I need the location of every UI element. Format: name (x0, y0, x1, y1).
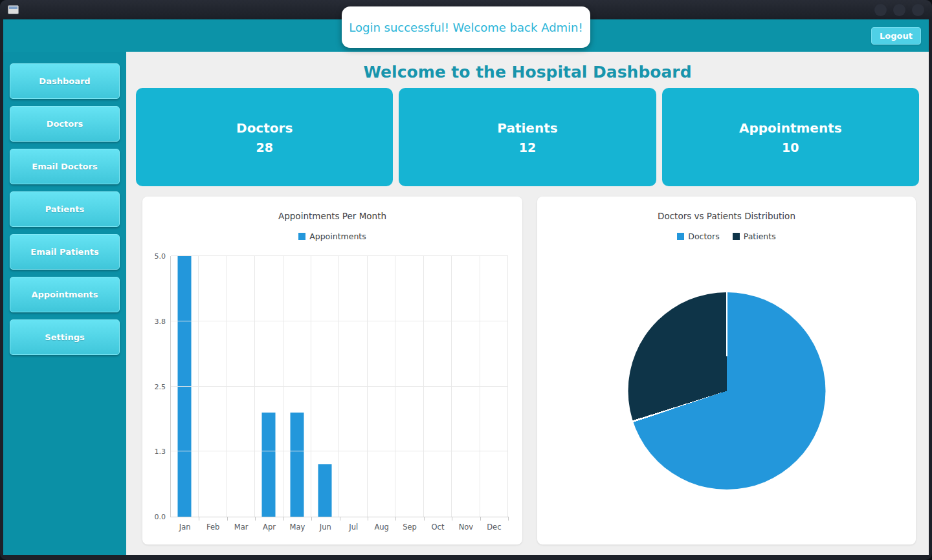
x-tick (199, 517, 199, 521)
stats-row: Doctors 28 Patients 12 Appointments 10 (126, 88, 929, 186)
toast-message: Login successful! Welcome back Admin! (349, 21, 583, 34)
x-tick (480, 517, 481, 521)
legend-item: Appointments (298, 232, 366, 241)
gridline (171, 255, 508, 256)
x-tick (311, 517, 312, 521)
main-content: Welcome to the Hospital Dashboard Doctor… (126, 52, 929, 555)
y-tick-label: 2.5 (155, 382, 166, 391)
close-button[interactable] (912, 4, 924, 16)
x-tick-label: Sep (395, 522, 423, 532)
app-window: Login successful! Welcome back Admin! Lo… (0, 0, 932, 560)
charts-row: Appointments Per Month Appointments JanF… (126, 197, 929, 544)
bar-chart-card: Appointments Per Month Appointments JanF… (142, 197, 522, 544)
bar-chart-title: Appointments Per Month (142, 197, 522, 221)
stat-value: 28 (256, 140, 272, 155)
x-tick (227, 517, 228, 521)
bar-column (171, 256, 199, 517)
bar-column (283, 256, 311, 517)
bar-column (452, 256, 480, 517)
stat-label: Appointments (739, 120, 842, 136)
legend-label: Appointments (309, 232, 366, 241)
bar-column (340, 256, 368, 517)
bar-chart-legend: Appointments (142, 232, 522, 241)
bar-column (424, 256, 452, 517)
y-tick-label: 5.0 (155, 252, 166, 261)
page-title: Welcome to the Hospital Dashboard (126, 63, 929, 81)
bar-column (255, 256, 283, 517)
pie-chart-card: Doctors vs Patients Distribution Doctors… (537, 197, 916, 544)
bar-column (480, 256, 508, 517)
bar-column (199, 256, 227, 517)
sidebar-item-email-patients[interactable]: Email Patients (10, 234, 120, 270)
sidebar: Dashboard Doctors Email Doctors Patients… (3, 52, 126, 555)
stat-value: 12 (519, 140, 536, 155)
x-tick (340, 517, 340, 521)
minimize-button[interactable] (874, 4, 887, 16)
x-tick-label: May (283, 522, 311, 532)
chrome-body: Logout Dashboard Doctors Email Doctors P… (3, 19, 929, 555)
bar-column (368, 256, 395, 517)
window-icon (8, 5, 19, 14)
x-tick (283, 517, 284, 521)
x-tick-label: Nov (452, 522, 480, 532)
legend-item: Doctors (677, 232, 719, 241)
bar-column (227, 256, 255, 517)
stat-card-doctors: Doctors 28 (136, 88, 393, 186)
sidebar-item-doctors[interactable]: Doctors (10, 106, 120, 142)
pie-chart-title: Doctors vs Patients Distribution (537, 197, 916, 221)
gridline (171, 451, 508, 451)
gridline (171, 321, 508, 321)
bar-jan (178, 256, 192, 517)
bar-apr (262, 413, 276, 517)
x-tick-label: Oct (424, 522, 452, 532)
pie-graphic (628, 292, 825, 490)
bar-x-ticks (171, 517, 508, 521)
stat-card-appointments: Appointments 10 (662, 88, 919, 186)
stat-value: 10 (782, 140, 799, 155)
x-tick-label: Jun (311, 522, 339, 532)
x-tick (368, 517, 368, 521)
stat-label: Patients (497, 120, 557, 136)
x-tick (508, 517, 509, 521)
sidebar-item-email-doctors[interactable]: Email Doctors (10, 149, 120, 184)
legend-item: Patients (733, 232, 776, 241)
x-tick-label: Aug (368, 522, 395, 532)
legend-swatch-icon (677, 233, 684, 240)
x-tick-label: Apr (255, 522, 283, 532)
y-tick-label: 1.3 (155, 447, 166, 456)
x-tick-label: Jul (340, 522, 368, 532)
x-tick (452, 517, 452, 521)
legend-label: Doctors (688, 232, 719, 241)
bar-jun (318, 464, 332, 517)
stat-label: Doctors (236, 120, 293, 136)
bar-x-labels: JanFebMarAprMayJunJulAugSepOctNovDec (171, 522, 508, 532)
y-tick-label: 0.0 (155, 513, 166, 521)
toast-notification: Login successful! Welcome back Admin! (342, 6, 590, 48)
bar-may (290, 413, 304, 517)
x-tick-label: Mar (227, 522, 255, 532)
logout-button[interactable]: Logout (871, 27, 921, 45)
x-tick (255, 517, 256, 521)
legend-swatch-icon (298, 233, 305, 240)
sidebar-item-patients[interactable]: Patients (10, 191, 120, 227)
x-tick (395, 517, 396, 521)
sidebar-item-settings[interactable]: Settings (10, 319, 120, 355)
bar-column (311, 256, 339, 517)
x-tick-label: Jan (171, 522, 199, 532)
legend-swatch-icon (733, 233, 740, 240)
y-tick-label: 3.8 (155, 317, 166, 325)
bar-column (395, 256, 423, 517)
x-tick-label: Dec (480, 522, 508, 532)
maximize-button[interactable] (893, 4, 905, 16)
x-tick (424, 517, 425, 521)
legend-label: Patients (744, 232, 776, 241)
pie-chart-legend: DoctorsPatients (537, 232, 916, 241)
gridline (171, 386, 508, 387)
sidebar-item-appointments[interactable]: Appointments (10, 277, 120, 312)
bar-plot: JanFebMarAprMayJunJulAugSepOctNovDec 0.0… (170, 256, 508, 517)
stat-card-patients: Patients 12 (399, 88, 656, 186)
x-tick-label: Feb (199, 522, 227, 532)
main-row: Dashboard Doctors Email Doctors Patients… (3, 52, 929, 555)
sidebar-item-dashboard[interactable]: Dashboard (10, 63, 120, 99)
